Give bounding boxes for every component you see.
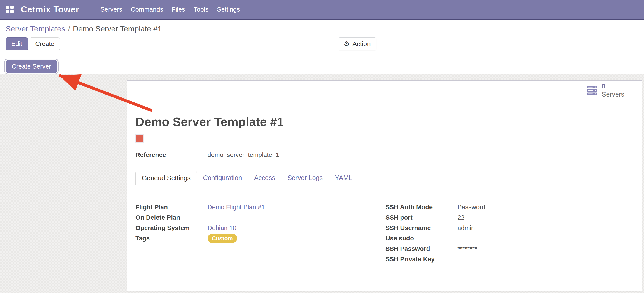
main-menu: Servers Commands Files Tools Settings <box>96 0 244 19</box>
tab-access[interactable]: Access <box>248 171 281 185</box>
tab-yaml[interactable]: YAML <box>329 171 358 185</box>
servers-count: 0 <box>602 82 624 90</box>
tab-general-settings[interactable]: General Settings <box>136 171 197 186</box>
screen: Cetmix Tower Servers Commands Files Tool… <box>0 0 644 294</box>
on-delete-plan-value <box>202 212 372 223</box>
ssh-auth-mode-label: SSH Auth Mode <box>386 202 452 212</box>
field-groups: Flight Plan Demo Flight Plan #1 On Delet… <box>136 202 634 264</box>
use-sudo-value <box>452 233 634 244</box>
action-button[interactable]: ⚙ Action <box>338 37 376 50</box>
breadcrumb-parent-link[interactable]: Server Templates <box>6 25 65 33</box>
tab-configuration[interactable]: Configuration <box>197 171 248 185</box>
on-delete-plan-label: On Delete Plan <box>136 212 202 223</box>
ssh-username-value: admin <box>452 223 634 233</box>
notebook-tabs: General Settings Configuration Access Se… <box>136 171 634 186</box>
apps-grid-square <box>6 6 9 9</box>
operating-system-label: Operating System <box>136 223 202 233</box>
reference-value: demo_server_template_1 <box>202 149 406 161</box>
ssh-password-value: ******** <box>452 244 634 254</box>
stat-text: 0 Servers <box>602 82 624 98</box>
action-button-label: Action <box>352 40 371 48</box>
use-sudo-label: Use sudo <box>386 233 452 244</box>
create-button[interactable]: Create <box>30 37 60 50</box>
color-swatch <box>136 134 144 143</box>
edit-button[interactable]: Edit <box>6 37 28 50</box>
menu-item-servers[interactable]: Servers <box>96 0 126 19</box>
ssh-port-label: SSH port <box>386 212 452 223</box>
top-navbar: Cetmix Tower Servers Commands Files Tool… <box>0 0 644 20</box>
page-title: Demo Server Template #1 <box>136 115 634 128</box>
apps-grid-square <box>10 10 14 13</box>
ssh-private-key-label: SSH Private Key <box>386 254 452 264</box>
app-brand[interactable]: Cetmix Tower <box>21 5 79 15</box>
reference-field-row: Reference demo_server_template_1 <box>136 149 634 161</box>
reference-label: Reference <box>136 149 202 161</box>
control-panel-buttons: Edit Create ⚙ Action <box>6 37 644 50</box>
ssh-private-key-value <box>452 254 634 264</box>
statusbar: Create Server <box>0 59 644 74</box>
content-area: 0 Servers Demo Server Template #1 Refere… <box>0 74 644 293</box>
form-sheet-card: 0 Servers Demo Server Template #1 Refere… <box>127 80 642 291</box>
control-panel: Server Templates / Demo Server Template … <box>0 20 644 59</box>
servers-count-label: Servers <box>602 90 624 98</box>
menu-item-commands[interactable]: Commands <box>126 0 167 19</box>
operating-system-value-link[interactable]: Debian 10 <box>202 223 372 233</box>
apps-grid-square <box>6 10 9 13</box>
create-server-button[interactable]: Create Server <box>6 60 57 73</box>
breadcrumb-current: Demo Server Template #1 <box>73 25 162 33</box>
menu-item-files[interactable]: Files <box>167 0 189 19</box>
ssh-auth-mode-value: Password <box>452 202 634 212</box>
card-header: 0 Servers <box>127 80 642 100</box>
flight-plan-value-link[interactable]: Demo Flight Plan #1 <box>202 202 372 212</box>
tab-server-logs[interactable]: Server Logs <box>281 171 329 185</box>
tags-label: Tags <box>136 233 202 244</box>
gear-icon: ⚙ <box>344 41 350 47</box>
servers-stat-button[interactable]: 0 Servers <box>577 80 642 100</box>
ssh-username-label: SSH Username <box>386 223 452 233</box>
field-group-left: Flight Plan Demo Flight Plan #1 On Delet… <box>136 202 372 264</box>
apps-grid-icon[interactable] <box>6 6 14 13</box>
tags-value: Custom <box>202 233 372 244</box>
field-group-right: SSH Auth Mode Password SSH port 22 SSH U… <box>386 202 634 264</box>
ssh-password-label: SSH Password <box>386 244 452 254</box>
ssh-port-value: 22 <box>452 212 634 223</box>
menu-item-tools[interactable]: Tools <box>190 0 213 19</box>
breadcrumb: Server Templates / Demo Server Template … <box>6 25 644 33</box>
form-sheet: Demo Server Template #1 Reference demo_s… <box>127 100 642 264</box>
breadcrumb-separator: / <box>68 25 70 33</box>
menu-item-settings[interactable]: Settings <box>213 0 244 19</box>
servers-stack-icon <box>587 85 597 96</box>
flight-plan-label: Flight Plan <box>136 202 202 212</box>
apps-grid-square <box>10 6 14 9</box>
tag-badge-custom: Custom <box>208 234 237 243</box>
